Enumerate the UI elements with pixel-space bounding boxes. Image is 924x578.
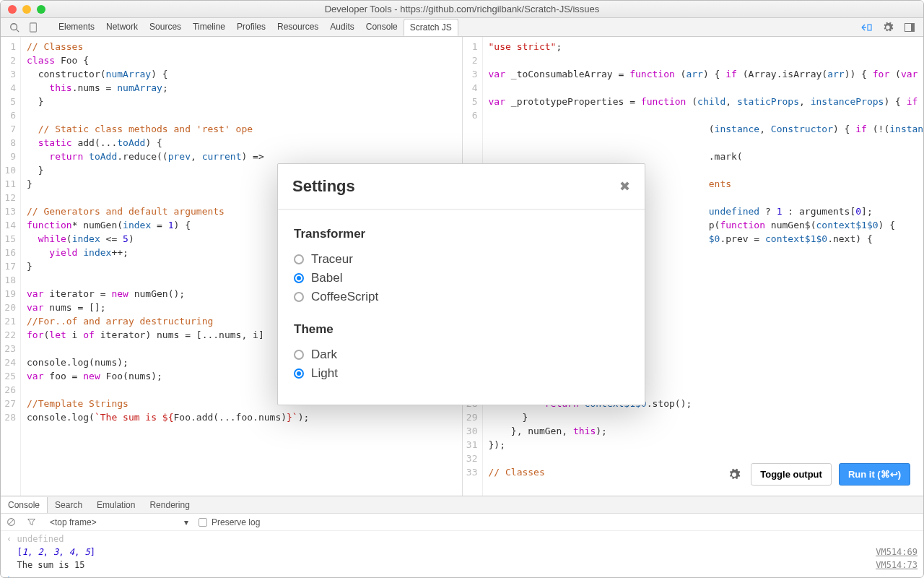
maximize-window-button[interactable] [37,5,45,14]
clear-console-icon[interactable] [6,517,19,527]
tab-profiles[interactable]: Profiles [231,19,271,35]
drawer-tabs: ConsoleSearchEmulationRendering [1,496,923,514]
drawer-tab-console[interactable]: Console [1,497,48,513]
radio-icon[interactable] [294,368,304,379]
frame-select[interactable]: <top frame> ▾ [47,517,191,528]
tab-scratch-js[interactable]: Scratch JS [404,19,458,36]
tab-network[interactable]: Network [100,19,144,35]
console-output[interactable]: ‹ undefined [1, 2, 3, 4, 5] VM514:69 The… [1,531,923,577]
radio-icon[interactable] [294,350,304,360]
tab-elements[interactable]: Elements [53,19,100,35]
settings-modal: Settings ✖ Transformer TraceurBabelCoffe… [277,163,645,405]
devtools-toolbar: ElementsNetworkSourcesTimelineProfilesRe… [1,18,923,37]
theme-option-dark[interactable]: Dark [294,345,629,364]
radio-icon[interactable] [294,254,304,264]
transformer-option-coffeescript[interactable]: CoffeeScript [294,288,629,306]
transformer-option-babel[interactable]: Babel [294,269,629,288]
transformer-option-label: Babel [311,271,342,285]
theme-option-light[interactable]: Light [294,364,629,383]
close-window-button[interactable] [8,5,17,14]
drawer-tab-rendering[interactable]: Rendering [142,497,196,513]
toggle-output-button[interactable]: Toggle output [751,463,832,486]
frame-select-value: <top frame> [50,517,97,527]
radio-icon[interactable] [294,273,304,283]
preserve-log-label: Preserve log [212,517,260,527]
drawer-tab-search[interactable]: Search [48,497,90,513]
tab-console[interactable]: Console [360,19,404,35]
source-gutter: 1 2 3 4 5 6 7 8 9 10 11 12 13 14 15 16 1… [1,37,21,496]
drawer-toggle-icon[interactable] [858,20,874,35]
settings-title: Settings [292,177,355,196]
settings-gear-icon[interactable] [880,20,896,35]
window-title: Developer Tools - https://github.com/ric… [1,4,923,14]
chevron-down-icon: ▾ [184,517,188,527]
panel-settings-icon[interactable] [725,465,744,484]
tab-sources[interactable]: Sources [144,19,187,35]
console-prompt-icon[interactable]: › [6,571,12,577]
transformer-option-traceur[interactable]: Traceur [294,250,629,269]
console-return-value: undefined [17,534,64,544]
minimize-window-button[interactable] [22,5,31,14]
run-button[interactable]: Run it (⌘↩) [839,463,910,486]
tab-audits[interactable]: Audits [324,19,359,35]
drawer-tab-emulation[interactable]: Emulation [90,497,142,513]
svg-point-0 [11,23,17,30]
console-array-output: [1, 2, 3, 4, 5] [6,545,95,558]
console-controls: <top frame> ▾ Preserve log [1,514,923,531]
dock-side-icon[interactable] [902,20,918,35]
theme-heading: Theme [294,322,629,337]
transformer-option-label: Traceur [311,252,353,267]
transformer-option-label: CoffeeScript [311,290,378,304]
search-icon[interactable] [6,20,22,35]
theme-option-label: Dark [311,348,337,362]
window-titlebar: Developer Tools - https://github.com/ric… [1,1,923,18]
main-area: 1 2 3 4 5 6 7 8 9 10 11 12 13 14 15 16 1… [1,37,923,496]
console-text-output: The sum is 15 [6,558,84,571]
svg-rect-2 [30,22,37,31]
tab-timeline[interactable]: Timeline [187,19,231,35]
theme-option-label: Light [311,366,338,381]
close-icon[interactable]: ✖ [619,178,630,194]
vm-ref-link[interactable]: VM514:73 [876,558,918,571]
svg-rect-5 [911,24,914,31]
vm-ref-link[interactable]: VM514:69 [876,545,918,558]
transformer-heading: Transformer [294,227,629,241]
svg-rect-3 [868,25,871,30]
svg-line-7 [9,519,14,525]
radio-icon[interactable] [294,292,304,302]
device-icon[interactable] [25,20,41,35]
tab-resources[interactable]: Resources [271,19,324,35]
preserve-log-checkbox[interactable] [199,518,207,527]
filter-icon[interactable] [27,517,40,527]
action-buttons: Toggle output Run it (⌘↩) [725,463,910,486]
console-drawer: ConsoleSearchEmulationRendering <top fra… [1,496,923,577]
svg-line-1 [17,29,19,32]
